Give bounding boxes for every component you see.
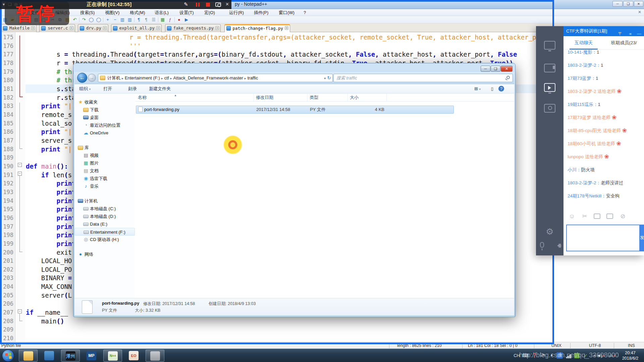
- menu-7[interactable]: 宏(O): [202, 10, 217, 15]
- restore-button[interactable]: ❏: [623, 1, 633, 7]
- word-wrap-icon[interactable]: ¶: [136, 17, 142, 23]
- tab-fake_requests.py[interactable]: fake_requests.py✕: [165, 24, 221, 32]
- breadcrumb-4[interactable]: traffic: [246, 74, 260, 82]
- taskbar-vmware[interactable]: [40, 350, 59, 362]
- fold-marker-190[interactable]: −: [18, 163, 22, 167]
- breadcrumb-0[interactable]: 计算机: [106, 74, 122, 82]
- menu-10[interactable]: 窗口(W): [277, 10, 297, 15]
- sidebar-item-图片[interactable]: ▦图片: [74, 159, 135, 167]
- chat-message-list[interactable]: 10-141-魔影：11803-2-柒梦-2：117期73蓝梦：11803-2-…: [564, 50, 644, 211]
- views-icon[interactable]: ⊞ ▾: [474, 85, 481, 93]
- sidebar-item-CD 驱动器 (H:)[interactable]: ◎CD 驱动器 (H:): [74, 236, 135, 243]
- taskbar-tanzhou-app[interactable]: 潭州: [61, 350, 80, 362]
- send-button[interactable]: 发: [640, 225, 644, 251]
- find-icon[interactable]: ◯: [88, 17, 94, 23]
- pause-icon[interactable]: [196, 3, 197, 7]
- taskbar-windows-explorer[interactable]: [19, 350, 38, 362]
- taskbar-clock[interactable]: 20:47 2018/6/2: [618, 350, 643, 361]
- sidebar-item-本地磁盘 (C:)[interactable]: 本地磁盘 (C:): [74, 205, 135, 213]
- network-error-icon[interactable]: ▭✕: [609, 353, 616, 358]
- power-plug-icon[interactable]: ⌁: [593, 353, 596, 358]
- zoom-out-icon[interactable]: −: [112, 17, 118, 23]
- sidebar-item-音乐[interactable]: ♪音乐: [74, 182, 135, 190]
- tab-patch-change-flag.py[interactable]: patch-change-flag.py✕: [224, 24, 290, 32]
- settings-gear-icon[interactable]: ⚙: [545, 227, 555, 237]
- sidebar-item-Entertainment (F:)[interactable]: Entertainment (F:): [74, 228, 135, 236]
- indent-guide-icon[interactable]: ☰: [151, 17, 157, 23]
- breadcrumb-1[interactable]: Entertainment (F:): [123, 74, 161, 82]
- recorder-close-icon[interactable]: ✕: [225, 2, 229, 7]
- sync-h-icon[interactable]: ▥: [127, 17, 133, 23]
- breadcrumb-2[interactable]: ctf: [163, 74, 170, 82]
- forward-button[interactable]: →: [88, 74, 96, 82]
- breadcrumb-3[interactable]: Attack_Defense_Framework-master: [172, 74, 245, 82]
- back-button[interactable]: ←: [77, 73, 87, 83]
- column-size[interactable]: 大小: [348, 94, 387, 102]
- address-bar[interactable]: 计算机▸Entertainment (F:)▸ctf▸Attack_Defens…: [98, 74, 333, 82]
- play-macro-icon[interactable]: ▶: [183, 17, 190, 23]
- explorer-close-button[interactable]: ✕: [501, 66, 513, 72]
- fold-marker-207[interactable]: −: [18, 309, 22, 313]
- sidebar-header-网络[interactable]: ●网络: [74, 250, 135, 258]
- explorer-toolbar-2[interactable]: 刻录: [128, 85, 137, 92]
- minimize-button[interactable]: ─: [612, 1, 623, 7]
- screen-share-icon[interactable]: [544, 41, 555, 50]
- document-close-icon[interactable]: ✕: [638, 10, 641, 14]
- tab-server.c[interactable]: server.c✕: [39, 24, 75, 32]
- sidebar-item-文档[interactable]: ▤文档: [74, 167, 135, 175]
- tab-drv.py[interactable]: drv.py✕: [78, 24, 108, 32]
- chat-titlebar[interactable]: CTF大赛特训班[1期] 〒 ∝ —: [564, 26, 644, 36]
- column-modified[interactable]: 修改日期: [254, 94, 308, 102]
- help-icon[interactable]: ?: [498, 86, 504, 92]
- checkmark-tray-icon[interactable]: ✓: [584, 353, 588, 358]
- column-type[interactable]: 类型: [308, 94, 348, 102]
- explorer-minimize-button[interactable]: ─: [481, 66, 490, 72]
- tab-close-icon[interactable]: ✕: [31, 26, 35, 30]
- edit-pen-icon[interactable]: [606, 214, 613, 219]
- speaker-icon[interactable]: [555, 243, 560, 248]
- menu-9[interactable]: 插件(P): [252, 10, 270, 15]
- block-icon[interactable]: ⊘: [619, 213, 627, 220]
- sidebar-item-视频[interactable]: ▤视频: [74, 152, 135, 159]
- file-row[interactable]: port-forwarding.py 2017/12/31 14:58 PY 文…: [136, 106, 454, 114]
- tab-close-icon[interactable]: ✕: [103, 26, 107, 30]
- preview-pane-icon[interactable]: ▯: [491, 85, 493, 92]
- column-name[interactable]: 名称: [136, 94, 254, 102]
- language-indicator[interactable]: CH: [514, 353, 520, 358]
- chat-input-box[interactable]: [566, 225, 640, 251]
- stop-icon[interactable]: [206, 3, 210, 7]
- menu-6[interactable]: 设置(T): [177, 10, 196, 15]
- taskbar-notepad-plus-plus[interactable]: N++: [103, 350, 122, 362]
- menu-5[interactable]: 语言(L): [153, 10, 171, 15]
- tab-class-members[interactable]: 班期成员(23/: [604, 36, 644, 50]
- sidebar-item-下载[interactable]: 下载: [74, 106, 135, 114]
- refresh-icon[interactable]: ↻: [327, 75, 331, 80]
- tab-close-icon[interactable]: ✕: [215, 26, 219, 30]
- sidebar-item-桌面[interactable]: 桌面: [74, 114, 135, 121]
- muted-speaker-icon[interactable]: ◄)✕: [596, 353, 605, 358]
- emoji-icon[interactable]: ☺: [568, 213, 576, 220]
- replace-icon[interactable]: ◯: [96, 17, 102, 23]
- explorer-toolbar-1[interactable]: 打开: [103, 85, 112, 92]
- menu-8[interactable]: 运行(R): [227, 10, 246, 15]
- tab-Makefile[interactable]: Makefile✕: [1, 24, 37, 32]
- camera-icon[interactable]: [215, 2, 221, 7]
- taskbar-screen-recorder[interactable]: [146, 350, 164, 362]
- doc-map-icon[interactable]: ▦: [160, 17, 166, 23]
- whiteboard-icon[interactable]: [544, 83, 555, 92]
- sync-v-icon[interactable]: ▥: [119, 17, 125, 23]
- security-tray-icon[interactable]: [574, 353, 580, 358]
- taskbar-mp-app[interactable]: MP: [82, 350, 101, 362]
- sidebar-item-迅雷下载[interactable]: ◉迅雷下载: [74, 175, 135, 182]
- show-hidden-icons[interactable]: ▲: [550, 353, 553, 357]
- tab-close-icon[interactable]: ✕: [285, 26, 288, 30]
- explorer-maximize-button[interactable]: ❏: [491, 66, 500, 72]
- keyboard-icon[interactable]: ⌨: [522, 353, 529, 358]
- start-button[interactable]: [2, 350, 14, 362]
- zoom-in-icon[interactable]: +: [105, 17, 111, 23]
- tab-close-icon[interactable]: ✕: [156, 26, 160, 30]
- menu-4[interactable]: 格式(M): [128, 10, 147, 15]
- menu-11[interactable]: ?: [302, 10, 308, 15]
- tab-exploit_all.py[interactable]: exploit_all.py✕: [111, 24, 162, 32]
- explorer-toolbar-0[interactable]: 组织 ▾: [79, 85, 91, 93]
